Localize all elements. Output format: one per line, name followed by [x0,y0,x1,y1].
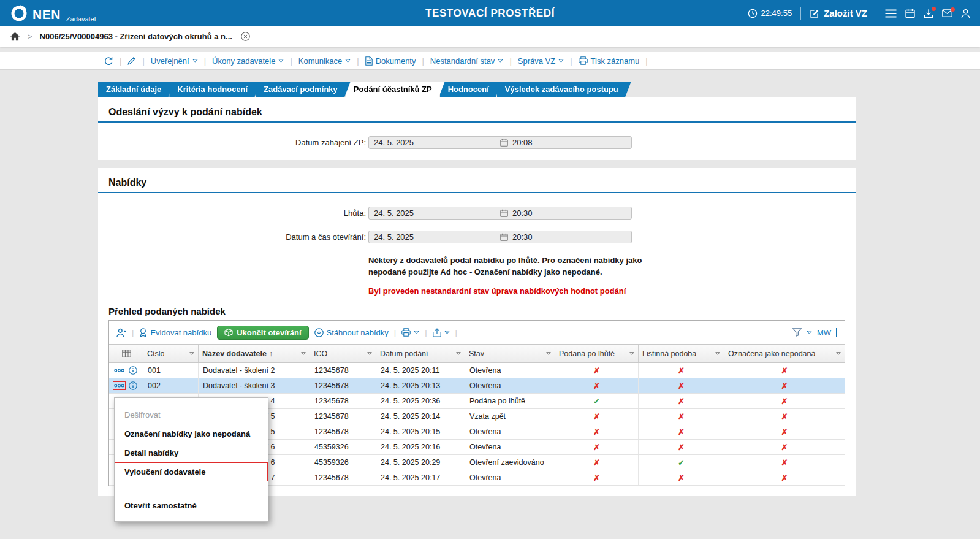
opening-datetime-field[interactable]: 24. 5. 2025 20:30 [368,231,632,243]
tab-podani-ucastniku-zp[interactable]: Podání účastníků ZP [346,82,445,97]
cell-listinna: ✗ [638,363,724,378]
separator: | [357,56,359,66]
calendar-icon[interactable] [500,233,508,241]
breadcrumb: > N006/25/V00004963 - Zřízení datových o… [0,26,980,47]
filter-icon[interactable] [546,352,551,355]
supplier-icon[interactable] [116,328,126,337]
filter-icon[interactable] [456,352,461,355]
calendar-icon[interactable] [500,139,508,147]
menu-item-oznaceni-nabidky-jako-nepodana[interactable]: Označení nabídky jako nepodaná [115,424,268,443]
row-menu-trigger[interactable] [113,366,126,375]
cell-ico: 12345678 [310,378,376,393]
cell-datum: 24. 5. 2025 20:14 [376,409,465,424]
box-icon [224,328,233,337]
filter-icon[interactable] [189,352,194,355]
cell-datum: 24. 5. 2025 20:15 [376,424,465,439]
grid-layout-dropdown[interactable] [807,331,812,334]
messages-button[interactable] [942,9,952,17]
field-label: Lhůta: [98,208,366,218]
toolbar-link-dokumenty[interactable]: Dokumenty [365,56,416,66]
toolbar-link-nestandardni-stav[interactable]: Nestandardní stav [430,56,504,66]
col-header-oznacena-jako-nepodana[interactable]: Označena jako nepodaná [724,345,845,362]
table-row[interactable]: 002Dodavatel - školení 31234567824. 5. 2… [109,378,845,394]
separator: | [394,328,396,337]
print-grid-button[interactable] [401,328,419,337]
evidovat-nabidku-button[interactable]: Evidovat nabídku [139,328,211,337]
cell-po_lhute: ✗ [555,363,638,378]
tab-hodnoceni[interactable]: Hodnocení [440,82,502,97]
filter-icon[interactable] [629,352,634,355]
info-icon[interactable] [129,381,137,390]
cell-ico: 45359326 [310,455,376,470]
start-datetime-field[interactable]: 24. 5. 2025 20:08 [368,136,632,149]
menu-item-otevrit-samostatne[interactable]: Otevřít samostatně [115,496,268,515]
close-icon[interactable] [241,32,250,41]
menu-item-desifrovat[interactable]: Dešifrovat [115,405,268,424]
field-opening: Datum a čas otevírání: 24. 5. 2025 20:30 [98,231,856,243]
downloads-button[interactable] [924,9,933,18]
cell-datum: 24. 5. 2025 20:11 [376,363,465,378]
calendar-icon[interactable] [905,9,915,18]
filter-icon[interactable] [715,352,720,355]
cell-nazev: Dodavatel - školení 2 [198,363,310,378]
filter-icon[interactable] [836,352,841,355]
nen-logo[interactable]: NEN Zadavatel [10,4,96,23]
field-label: Datum a čas otevírání: [98,232,366,242]
tab-vysledek-zadavaciho-postupu[interactable]: Výsledek zadávacího postupu [497,82,631,97]
filter-icon[interactable] [367,352,372,355]
refresh-icon[interactable] [104,56,113,66]
col-header-datum-podani[interactable]: Datum podání [376,345,465,362]
cell-stav: Vzata zpět [465,409,555,424]
deadline-datetime-field[interactable]: 24. 5. 2025 20:30 [368,207,632,220]
chevron-down-icon [558,59,564,63]
separator [800,7,801,20]
ukoncit-otevirani-button[interactable]: Ukončit otevírání [217,326,308,340]
session-clock: 22:49:55 [748,9,792,18]
separator: | [120,56,121,66]
filter-icon[interactable] [301,352,306,355]
col-header-cislo[interactable]: Číslo [143,345,198,362]
menu-icon[interactable] [885,9,897,18]
tab-zakladni-udaje[interactable]: Základní údaje [98,82,174,97]
toolbar-link-uverejneni[interactable]: Uveřejnění [151,56,198,66]
separator [876,7,876,20]
cell-po_lhute: ✗ [555,440,638,454]
cell-listinna: ✗ [638,470,724,485]
filter-icon[interactable] [792,328,802,337]
time-value: 20:30 [508,208,533,218]
edit-icon[interactable] [127,56,136,65]
toolbar-link-ukony-zadavatele[interactable]: Úkony zadavatele [212,56,284,66]
table-row[interactable]: 001Dodavatel - školení 21234567824. 5. 2… [109,363,845,378]
cell-nepodana: ✗ [724,440,845,454]
tab-zadavaci-podminky[interactable]: Zadávací podmínky [256,82,351,97]
col-header-nazev-dodavatele[interactable]: Název dodavatele↑ [198,345,310,362]
toolbar-link-sprava-vz[interactable]: Správa VZ [518,56,564,66]
separator: | [570,56,572,66]
download-circle-icon [314,328,324,337]
breadcrumb-item[interactable]: N006/25/V00004963 - Zřízení datových okr… [40,32,232,41]
record-action-band: | | Uveřejnění|Úkony zadavatele|Komunika… [0,52,980,70]
export-button[interactable] [433,328,450,337]
cell-nazev: Dodavatel - školení 3 [198,378,310,393]
toolbar-link-tisk-zaznamu[interactable]: Tisk záznamu [579,56,640,66]
create-vz-button[interactable]: Založit VZ [810,8,867,18]
grid-view-label[interactable]: MW [817,328,831,337]
col-header-stav[interactable]: Stav [465,345,555,362]
home-icon[interactable] [10,32,20,41]
col-header-ico[interactable]: IČO [310,345,376,362]
row-menu-trigger[interactable] [113,381,126,390]
toolbar-link-komunikace[interactable]: Komunikace [298,56,351,66]
menu-item-vylouceni-dodavatele[interactable]: Vyloučení dodavatele [115,462,268,481]
cell-stav: Otevření zaevidováno [465,455,555,470]
separator: | [204,56,206,66]
col-header-podana-po-lhute[interactable]: Podaná po lhůtě [555,345,638,362]
col-header-listinna-podoba[interactable]: Listinná podoba [638,345,724,362]
stahnout-nabidky-button[interactable]: Stáhnout nabídky [314,328,389,337]
menu-item-detail-nabidky[interactable]: Detail nabídky [115,443,268,462]
column-chooser-button[interactable] [109,345,143,362]
tab-kriteria-hodnoceni[interactable]: Kritéria hodnocení [169,82,260,97]
user-icon[interactable] [961,9,970,18]
record-tabs: Základní údajeKritéria hodnoceníZadávací… [98,82,980,97]
info-icon[interactable] [129,366,137,375]
calendar-icon[interactable] [500,209,508,217]
